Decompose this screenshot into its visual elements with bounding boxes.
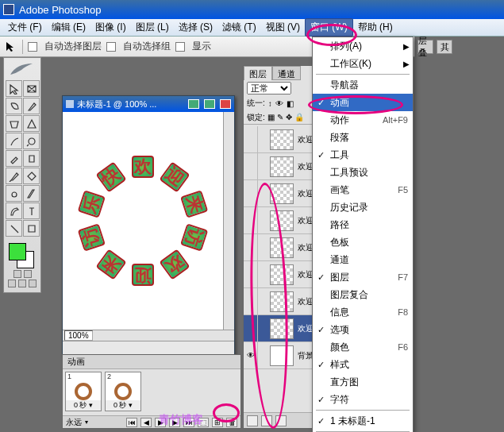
window-menu-item[interactable]: 排列(A)▶	[313, 37, 413, 55]
anim-prev-button[interactable]: ◀	[140, 418, 152, 427]
quickmask-toggle[interactable]	[6, 270, 39, 278]
layer-thumbnail[interactable]	[270, 291, 294, 312]
window-menu-item[interactable]: 工具预设	[313, 164, 413, 181]
window-menu-item[interactable]: 色板	[313, 233, 413, 251]
zoom-field[interactable]: 100%	[64, 330, 93, 341]
menu-window[interactable]: 窗口 (W)	[305, 18, 353, 37]
window-menu-item[interactable]: ✓工具	[313, 146, 413, 164]
layer-thumbnail[interactable]	[270, 210, 294, 231]
tab-channels[interactable]: 通道	[272, 66, 301, 80]
window-menu-item[interactable]: 画笔F5	[313, 181, 413, 199]
document-titlebar[interactable]: 未标题-1 @ 100% ...	[63, 96, 234, 112]
window-menu-item[interactable]: 路径	[313, 216, 413, 233]
window-menu-item[interactable]: 段落	[313, 129, 413, 146]
window-menu-item[interactable]: 动作Alt+F9	[313, 111, 413, 129]
animation-frame[interactable]: 20 秒 ▾	[105, 372, 141, 411]
window-menu-item[interactable]: ✓图层F7	[313, 268, 413, 286]
anim-new-frame-button[interactable]: ⊞	[212, 418, 223, 427]
layer-thumbnail[interactable]	[270, 183, 294, 204]
layer-visibility-icon[interactable]: 👁	[244, 342, 258, 368]
layer-thumbnail[interactable]	[270, 318, 294, 339]
menu-edit[interactable]: 编辑 (E)	[47, 19, 90, 36]
lasso-tool[interactable]	[6, 98, 22, 114]
layer-mask-button[interactable]	[275, 415, 287, 426]
anim-first-button[interactable]: ⏮	[126, 418, 137, 427]
auto-select-group-checkbox[interactable]	[106, 42, 116, 52]
tab-layers[interactable]: 图层	[244, 66, 272, 80]
menu-image[interactable]: 图像 (I)	[90, 19, 131, 36]
wand-tool[interactable]	[23, 98, 40, 114]
layer-visibility-icon[interactable]	[244, 261, 258, 287]
canvas-area[interactable]: 欢迎来访欢迎来访乐快	[63, 112, 223, 330]
marquee-tool[interactable]	[23, 80, 40, 97]
pen-tool[interactable]	[6, 202, 22, 219]
foreground-color-swatch[interactable]	[9, 243, 26, 260]
unify-position-icon[interactable]: ↕	[268, 99, 272, 108]
window-menu-item[interactable]: 颜色F6	[313, 338, 413, 356]
layer-thumbnail[interactable]	[270, 237, 294, 258]
window-menu-item[interactable]: 直方图	[313, 373, 413, 391]
layer-visibility-icon[interactable]	[244, 315, 258, 341]
stamp-tool[interactable]	[6, 150, 22, 167]
animation-loop-selector[interactable]: 永远	[66, 417, 82, 428]
window-menu-item[interactable]: 导航器	[313, 76, 413, 94]
window-menu-item[interactable]: ✓字符	[313, 391, 413, 408]
window-menu-item[interactable]: ✓选项	[313, 321, 413, 338]
doc-maximize-button[interactable]	[204, 99, 215, 109]
auto-select-layer-checkbox[interactable]	[28, 42, 37, 52]
lock-position-icon[interactable]: ✥	[286, 113, 292, 122]
window-menu-item[interactable]: 历史记录	[313, 199, 413, 216]
doc-minimize-button[interactable]	[188, 99, 199, 109]
brush-tool[interactable]	[23, 133, 40, 149]
history-brush-tool[interactable]	[23, 150, 40, 167]
layer-visibility-icon[interactable]	[244, 180, 258, 206]
anim-delete-frame-button[interactable]: 🗑	[226, 418, 237, 427]
path-tool[interactable]	[6, 220, 22, 237]
crop-tool[interactable]	[6, 115, 22, 132]
blend-mode-select[interactable]: 正常	[247, 82, 291, 94]
layer-style-button[interactable]	[261, 415, 272, 426]
layer-visibility-icon[interactable]	[244, 126, 258, 152]
layer-thumbnail[interactable]	[270, 129, 294, 150]
window-menu-item[interactable]: 通道	[313, 251, 413, 268]
lock-paint-icon[interactable]: ✎	[277, 113, 283, 122]
arrange-stack-button[interactable]: 层叠	[417, 40, 433, 54]
dodge-tool[interactable]	[23, 185, 40, 202]
move-tool-icon[interactable]	[5, 40, 17, 53]
move-tool[interactable]	[6, 80, 22, 97]
menu-view[interactable]: 视图 (V)	[261, 19, 305, 36]
layer-thumbnail[interactable]	[270, 264, 294, 285]
window-menu-item[interactable]: 工作区(K)▶	[313, 55, 413, 72]
layer-visibility-icon[interactable]	[244, 207, 258, 233]
layer-thumbnail[interactable]	[270, 345, 294, 366]
unify-style-icon[interactable]: ◧	[287, 99, 294, 108]
layer-visibility-icon[interactable]	[244, 234, 258, 260]
arrange-other-button[interactable]: 其	[437, 40, 452, 54]
window-menu-item[interactable]: ✓动画	[313, 94, 413, 111]
slice-tool[interactable]	[23, 115, 40, 132]
blur-tool[interactable]	[6, 185, 22, 202]
frame-duration[interactable]: 0 秒 ▾	[106, 400, 140, 411]
window-menu-item[interactable]: 图层复合	[313, 286, 413, 303]
layer-visibility-icon[interactable]	[244, 153, 258, 179]
shape-tool[interactable]	[23, 220, 40, 237]
gradient-tool[interactable]	[23, 168, 40, 184]
layer-visibility-icon[interactable]	[244, 288, 258, 314]
type-tool[interactable]	[23, 202, 40, 219]
menu-help[interactable]: 帮助 (H)	[353, 19, 398, 36]
frame-duration[interactable]: 0 秒 ▾	[66, 400, 101, 411]
lock-transparent-icon[interactable]: ▦	[267, 113, 275, 122]
menu-select[interactable]: 选择 (S)	[174, 19, 217, 36]
window-menu-item[interactable]: 信息F8	[313, 303, 413, 321]
heal-tool[interactable]	[6, 133, 22, 149]
menu-filter[interactable]: 滤镜 (T)	[217, 19, 261, 36]
layer-thumbnail[interactable]	[270, 156, 294, 177]
color-swatches[interactable]	[6, 241, 39, 268]
horizontal-scrollbar[interactable]: 100%	[63, 330, 234, 341]
menu-layer[interactable]: 图层 (L)	[131, 19, 174, 36]
eraser-tool[interactable]	[6, 168, 22, 184]
unify-visibility-icon[interactable]: 👁	[275, 99, 283, 108]
screenmode-toggle[interactable]	[6, 280, 39, 287]
link-layers-button[interactable]	[247, 415, 258, 426]
doc-close-button[interactable]	[220, 99, 231, 109]
